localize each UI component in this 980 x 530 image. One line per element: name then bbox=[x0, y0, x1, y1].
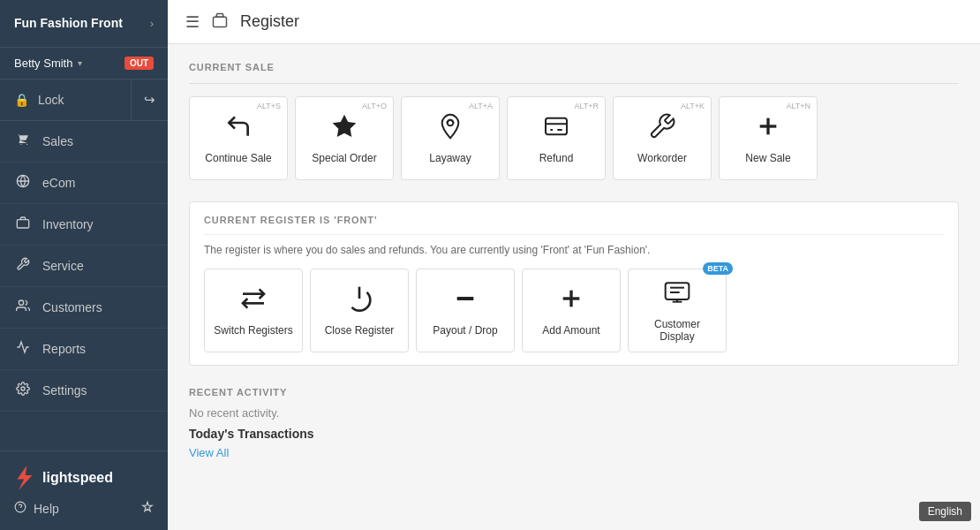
svg-point-1 bbox=[19, 300, 23, 305]
sidebar-item-label-customers: Customers bbox=[42, 300, 102, 314]
special-order-icon bbox=[330, 112, 358, 147]
lock-icon: 🔒 bbox=[14, 93, 29, 107]
special-order-shortcut: ALT+O bbox=[362, 102, 387, 110]
continue-sale-shortcut: ALT+S bbox=[257, 102, 281, 110]
settings-icon bbox=[14, 382, 32, 399]
sidebar-item-settings[interactable]: Settings bbox=[0, 370, 168, 412]
workorder-card[interactable]: ALT+K Workorder bbox=[613, 96, 712, 180]
sidebar-brand[interactable]: Fun Fashion Front › bbox=[0, 0, 168, 48]
add-amount-card[interactable]: Add Amount bbox=[522, 269, 621, 352]
topbar: ☰ Register bbox=[168, 0, 980, 44]
sidebar-nav: Sales eCom Inventory Service Customers bbox=[0, 121, 168, 450]
sidebar-item-service[interactable]: Service bbox=[0, 246, 168, 287]
pin-icon bbox=[141, 501, 154, 513]
layaway-label: Layaway bbox=[429, 152, 471, 164]
refund-card[interactable]: ALT+R Refund bbox=[507, 96, 606, 180]
service-icon bbox=[14, 257, 32, 275]
sidebar-bottom: lightspeed Help bbox=[0, 450, 168, 530]
logout-button[interactable]: ↪ bbox=[132, 80, 168, 120]
payout-drop-label: Payout / Drop bbox=[433, 324, 497, 337]
sales-icon bbox=[14, 132, 32, 150]
layaway-shortcut: ALT+A bbox=[469, 102, 493, 110]
logout-icon: ↪ bbox=[144, 92, 155, 108]
current-register-section: CURRENT REGISTER IS 'FRONT' The register… bbox=[189, 201, 959, 366]
recent-activity-label: RECENT ACTIVITY bbox=[189, 387, 959, 398]
reports-icon bbox=[14, 340, 32, 358]
user-chevron-icon: ▾ bbox=[78, 58, 82, 68]
beta-badge: BETA bbox=[703, 262, 733, 275]
add-amount-label: Add Amount bbox=[542, 324, 599, 337]
no-activity-text: No recent activity. bbox=[189, 406, 959, 420]
sidebar-item-sales[interactable]: Sales bbox=[0, 121, 168, 163]
lightspeed-text: lightspeed bbox=[42, 470, 113, 486]
refund-shortcut: ALT+R bbox=[574, 102, 599, 110]
current-register-label: CURRENT REGISTER IS 'FRONT' bbox=[204, 215, 944, 235]
close-register-icon bbox=[345, 284, 373, 319]
lock-label: Lock bbox=[38, 93, 64, 107]
pin-button[interactable] bbox=[141, 501, 154, 516]
refund-label: Refund bbox=[539, 152, 574, 164]
content-area: CURRENT SALE ALT+S Continue Sale ALT+O S… bbox=[168, 44, 980, 530]
help-label: Help bbox=[34, 502, 59, 516]
continue-sale-card[interactable]: ALT+S Continue Sale bbox=[189, 96, 288, 180]
current-sale-cards: ALT+S Continue Sale ALT+O Special Order … bbox=[189, 96, 959, 180]
svg-point-2 bbox=[21, 387, 25, 390]
sidebar-item-ecom[interactable]: eCom bbox=[0, 163, 168, 204]
lightspeed-logo: lightspeed bbox=[14, 466, 154, 490]
sidebar-item-reports[interactable]: Reports bbox=[0, 329, 168, 370]
brand-name: Fun Fashion Front bbox=[14, 16, 123, 31]
svg-rect-8 bbox=[546, 117, 567, 134]
switch-registers-card[interactable]: Switch Registers bbox=[204, 269, 303, 352]
close-register-card[interactable]: Close Register bbox=[310, 269, 409, 352]
current-sale-divider bbox=[189, 83, 959, 84]
workorder-shortcut: ALT+K bbox=[681, 102, 705, 110]
switch-registers-icon bbox=[239, 284, 268, 319]
customer-display-icon bbox=[663, 278, 691, 313]
brand-chevron-icon: › bbox=[150, 18, 154, 30]
sidebar-item-label-service: Service bbox=[42, 259, 84, 273]
payout-drop-icon bbox=[451, 284, 479, 319]
user-name: Betty Smith bbox=[14, 57, 72, 70]
add-amount-icon bbox=[557, 284, 585, 319]
customer-display-card[interactable]: BETA Customer Display bbox=[628, 269, 727, 352]
view-all-link[interactable]: View All bbox=[189, 446, 229, 459]
recent-activity-section: RECENT ACTIVITY No recent activity. Toda… bbox=[189, 387, 959, 460]
workorder-icon bbox=[648, 112, 676, 147]
payout-drop-card[interactable]: Payout / Drop bbox=[416, 269, 515, 352]
new-sale-icon bbox=[754, 112, 782, 147]
sidebar-item-label-ecom: eCom bbox=[42, 176, 75, 190]
hamburger-icon[interactable]: ☰ bbox=[185, 12, 200, 32]
user-status-badge: OUT bbox=[124, 57, 154, 70]
help-icon bbox=[14, 501, 26, 516]
continue-sale-label: Continue Sale bbox=[205, 152, 271, 164]
lightspeed-flame-icon bbox=[14, 466, 35, 490]
lock-button[interactable]: 🔒 Lock bbox=[0, 80, 131, 120]
new-sale-card[interactable]: ALT+N New Sale bbox=[719, 96, 818, 180]
sidebar-item-label-sales: Sales bbox=[42, 134, 73, 148]
customers-icon bbox=[14, 299, 32, 316]
language-badge[interactable]: English bbox=[919, 502, 971, 521]
workorder-label: Workorder bbox=[637, 152, 687, 164]
svg-rect-4 bbox=[214, 17, 227, 26]
layaway-card[interactable]: ALT+A Layaway bbox=[401, 96, 500, 180]
inventory-icon bbox=[14, 216, 32, 233]
sidebar-user-row: Betty Smith ▾ OUT bbox=[0, 48, 168, 80]
close-register-label: Close Register bbox=[325, 324, 395, 337]
sidebar: Fun Fashion Front › Betty Smith ▾ OUT 🔒 … bbox=[0, 0, 168, 530]
register-cards: Switch Registers Close Register Payout /… bbox=[204, 269, 944, 352]
refund-icon bbox=[542, 112, 570, 147]
main-content: ☰ Register CURRENT SALE ALT+S Continue S… bbox=[168, 0, 980, 530]
sidebar-user-info[interactable]: Betty Smith ▾ bbox=[14, 57, 82, 70]
sidebar-item-label-inventory: Inventory bbox=[42, 217, 94, 231]
special-order-card[interactable]: ALT+O Special Order bbox=[295, 96, 394, 180]
sidebar-item-customers[interactable]: Customers bbox=[0, 287, 168, 329]
svg-rect-17 bbox=[666, 283, 690, 299]
special-order-label: Special Order bbox=[312, 152, 376, 164]
sidebar-item-label-reports: Reports bbox=[42, 342, 86, 356]
current-sale-label: CURRENT SALE bbox=[189, 62, 959, 72]
sidebar-item-inventory[interactable]: Inventory bbox=[0, 204, 168, 246]
sidebar-help-row: Help bbox=[14, 501, 154, 516]
switch-registers-label: Switch Registers bbox=[214, 324, 292, 337]
help-button[interactable]: Help bbox=[14, 501, 59, 516]
svg-marker-6 bbox=[333, 114, 357, 136]
